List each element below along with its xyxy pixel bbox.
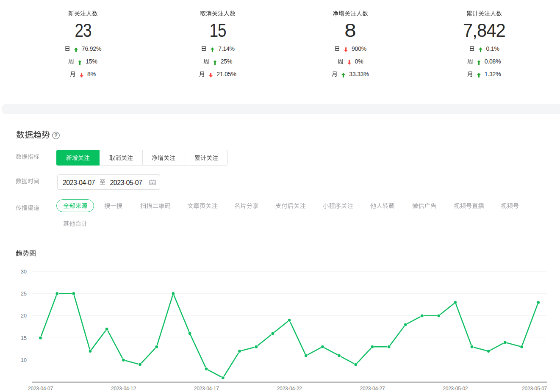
svg-text:20: 20	[21, 313, 27, 319]
svg-text:30: 30	[21, 269, 27, 275]
svg-text:15: 15	[21, 335, 27, 341]
svg-text:2023-05-07: 2023-05-07	[522, 386, 547, 392]
svg-text:2023-04-12: 2023-04-12	[111, 386, 136, 392]
svg-text:10: 10	[21, 357, 27, 363]
svg-text:2023-04-27: 2023-04-27	[360, 386, 385, 392]
svg-text:2023-04-17: 2023-04-17	[194, 386, 219, 392]
svg-text:2023-05-02: 2023-05-02	[443, 386, 468, 392]
svg-text:2023-04-07: 2023-04-07	[28, 386, 53, 392]
svg-text:25: 25	[21, 291, 27, 297]
svg-text:2023-04-22: 2023-04-22	[277, 386, 302, 392]
